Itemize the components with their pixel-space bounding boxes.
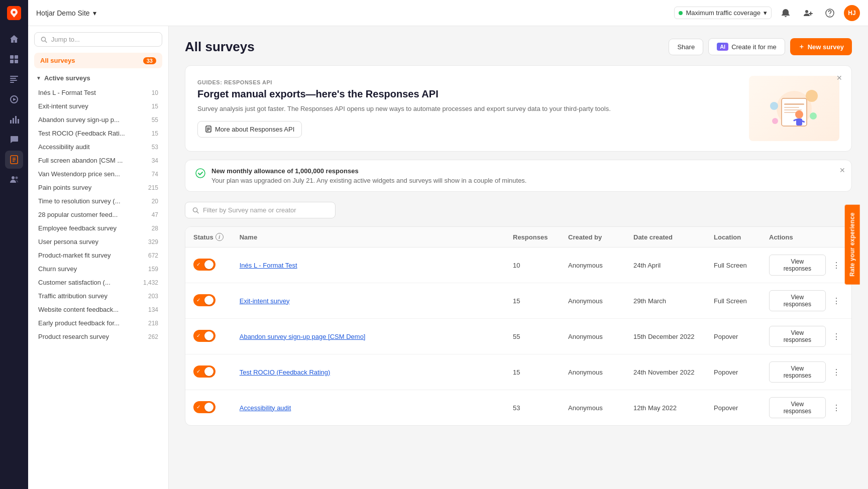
sidebar-list-item[interactable]: Time to resolution survey (...20 <box>34 194 162 208</box>
survey-name-link[interactable]: Inés L - Format Test <box>240 262 297 269</box>
alert-close-button[interactable]: ✕ <box>839 166 845 174</box>
banner-close-button[interactable]: ✕ <box>833 72 845 84</box>
sidebar-list-item[interactable]: Product research survey262 <box>34 330 162 343</box>
sidebar-list-item[interactable]: Van Westendorp price sen...74 <box>34 167 162 181</box>
sidebar-item-name: Churn survey <box>38 265 144 273</box>
status-info-icon[interactable]: i <box>215 233 224 241</box>
survey-name-link[interactable]: Exit-intent survey <box>240 297 290 305</box>
svg-point-41 <box>795 110 803 118</box>
dashboard-nav-icon[interactable] <box>5 50 23 68</box>
more-actions-button[interactable]: ⋮ <box>830 365 843 379</box>
sidebar-list-item[interactable]: Website content feedback...134 <box>34 303 162 316</box>
filter-search-input[interactable] <box>203 206 328 214</box>
recordings-nav-icon[interactable] <box>5 90 23 108</box>
rate-experience-tab[interactable]: Rate your experience <box>844 204 859 284</box>
sidebar-item-name: Pain points survey <box>38 184 144 191</box>
sidebar-item-name: Employee feedback survey <box>38 224 148 232</box>
traffic-coverage-badge[interactable]: Maximum traffic coverage ▾ <box>674 7 772 19</box>
sidebar-list-item[interactable]: User persona survey329 <box>34 235 162 249</box>
view-responses-button[interactable]: View responses <box>769 326 826 347</box>
sidebar-item-count: 1,432 <box>143 279 158 286</box>
sidebar-item-count: 34 <box>152 157 158 164</box>
banner-cta-button[interactable]: More about Responses API <box>197 121 302 138</box>
header-actions: Share AI Create it for me ＋ New survey <box>669 38 852 55</box>
notifications-icon[interactable] <box>778 5 794 21</box>
more-actions-button[interactable]: ⋮ <box>830 329 843 343</box>
sidebar-list-item[interactable]: Product-market fit survey672 <box>34 249 162 262</box>
ai-badge: AI <box>717 43 728 51</box>
svg-rect-6 <box>10 76 18 77</box>
svg-rect-5 <box>15 60 18 63</box>
create-with-ai-button[interactable]: AI Create it for me <box>708 38 785 55</box>
sidebar-list-item[interactable]: Abandon survey sign-up p...55 <box>34 113 162 127</box>
more-actions-button[interactable]: ⋮ <box>830 401 843 415</box>
sidebar-list-item[interactable]: 28 popular customer feed...47 <box>34 208 162 221</box>
svg-marker-11 <box>13 98 16 101</box>
search-input[interactable] <box>51 36 156 43</box>
survey-toggle[interactable]: ✓ <box>193 365 215 378</box>
user-avatar[interactable]: HJ <box>844 5 860 21</box>
survey-name-link[interactable]: Abandon survey sign-up page [CSM Demo] <box>240 333 366 340</box>
more-actions-button[interactable]: ⋮ <box>830 294 843 308</box>
sidebar-list-item[interactable]: Inés L - Format Test10 <box>34 86 162 99</box>
survey-toggle[interactable]: ✓ <box>193 294 215 306</box>
table-row: ✓ Abandon survey sign-up page [CSM Demo]… <box>185 319 851 354</box>
status-column-header: Status i <box>185 227 232 248</box>
view-responses-button[interactable]: View responses <box>769 361 826 383</box>
top-bar: Hotjar Demo Site ▾ Maximum traffic cover… <box>28 0 868 26</box>
sidebar-list-item[interactable]: Full screen abandon [CSM ...34 <box>34 154 162 167</box>
app-container: Hotjar Demo Site ▾ Maximum traffic cover… <box>0 0 868 489</box>
sidebar-list-item[interactable]: Test ROCIO (Feedback Rati...15 <box>34 127 162 140</box>
heatmaps-nav-icon[interactable] <box>5 70 23 88</box>
all-surveys-nav-item[interactable]: All surveys 33 <box>34 53 162 68</box>
sidebar-list-item[interactable]: Customer satisfaction (...1,432 <box>34 276 162 289</box>
users-nav-icon[interactable] <box>5 171 23 189</box>
add-user-icon[interactable] <box>800 5 816 21</box>
more-actions-button[interactable]: ⋮ <box>830 258 843 272</box>
document-icon <box>205 126 212 133</box>
sidebar-list-item[interactable]: Employee feedback survey28 <box>34 221 162 235</box>
new-survey-label: New survey <box>808 43 844 51</box>
new-survey-button[interactable]: ＋ New survey <box>790 38 852 55</box>
sidebar-list-item[interactable]: Churn survey159 <box>34 262 162 276</box>
view-responses-button[interactable]: View responses <box>769 255 826 276</box>
sidebar-item-name: Time to resolution survey (... <box>38 197 148 205</box>
sidebar-item-name: Test ROCIO (Feedback Rati... <box>38 130 148 137</box>
toggle-check-icon: ✓ <box>196 404 200 410</box>
svg-rect-7 <box>10 78 16 79</box>
sidebar-list-item[interactable]: Early product feedback for...218 <box>34 316 162 330</box>
hotjar-logo[interactable] <box>7 6 21 20</box>
share-button[interactable]: Share <box>669 39 703 55</box>
name-cell: Exit-intent survey <box>232 283 505 319</box>
banner-description: Survey analysis just got faster. The Res… <box>197 104 739 114</box>
filter-input-box[interactable] <box>185 202 336 218</box>
help-icon[interactable] <box>822 5 838 21</box>
view-responses-button[interactable]: View responses <box>769 290 826 311</box>
survey-name-link[interactable]: Accessibility audit <box>240 404 291 412</box>
view-responses-button[interactable]: View responses <box>769 397 826 418</box>
sidebar-list-item[interactable]: Pain points survey215 <box>34 181 162 194</box>
site-name-selector[interactable]: Hotjar Demo Site ▾ <box>36 9 96 17</box>
responses-column-header: Responses <box>505 227 560 248</box>
survey-toggle[interactable]: ✓ <box>193 401 215 413</box>
survey-toggle[interactable]: ✓ <box>193 259 215 271</box>
sidebar-list-item[interactable]: Exit-intent survey15 <box>34 99 162 113</box>
feedback-nav-icon[interactable] <box>5 131 23 149</box>
responses-api-banner: GUIDES: RESPONSES API Forget manual expo… <box>185 65 852 152</box>
survey-toggle[interactable]: ✓ <box>193 330 215 342</box>
sidebar-item-count: 20 <box>152 198 158 205</box>
active-surveys-header[interactable]: ▼ Active surveys <box>34 70 162 86</box>
sidebar-list-item[interactable]: Accessibility audit53 <box>34 140 162 154</box>
status-cell: ✓ <box>185 319 232 354</box>
survey-name-link[interactable]: Test ROCIO (Feedback Rating) <box>240 369 331 376</box>
svg-rect-34 <box>784 107 799 108</box>
banner-title: Forget manual exports—here's the Respons… <box>197 88 739 100</box>
sidebar-item-count: 15 <box>152 130 158 137</box>
surveys-nav-icon[interactable] <box>5 151 23 169</box>
table-header-row: Status i Name Responses Created by Date … <box>185 227 851 248</box>
analytics-nav-icon[interactable] <box>5 110 23 129</box>
sidebar-list-item[interactable]: Traffic attribution survey203 <box>34 289 162 303</box>
home-nav-icon[interactable] <box>5 30 23 48</box>
search-box[interactable] <box>34 32 162 47</box>
traffic-chevron-icon: ▾ <box>764 9 767 17</box>
